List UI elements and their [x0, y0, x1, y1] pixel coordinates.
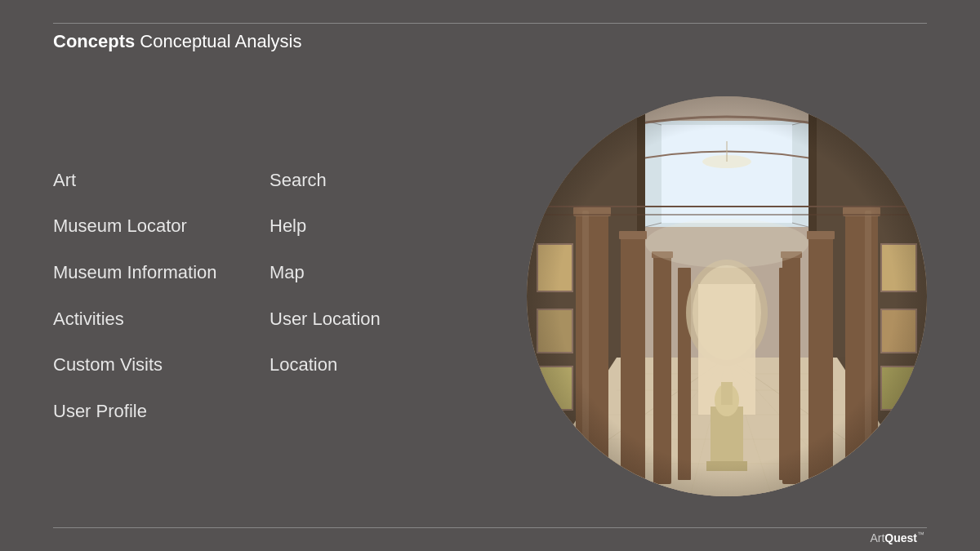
brand-suffix: Quest [884, 531, 917, 544]
menu-item-art[interactable]: Art [53, 161, 270, 201]
menu-item-museum-locator[interactable]: Museum Locator [53, 207, 270, 247]
svg-rect-26 [572, 487, 612, 496]
menu-item-museum-information[interactable]: Museum Information [53, 253, 270, 293]
menu-item-map[interactable]: Map [270, 253, 486, 293]
menu-item-help[interactable]: Help [270, 207, 486, 247]
menu-col-2: Search Help Map User Location Location [270, 161, 486, 432]
svg-rect-37 [806, 484, 835, 492]
menu-item-location[interactable]: Location [270, 345, 486, 385]
page-title: Concepts Conceptual Analysis [53, 31, 301, 51]
brand-tm: ™ [917, 531, 924, 539]
menu-item-custom-visits[interactable]: Custom Visits [53, 345, 270, 385]
content-area: Art Museum Locator Museum Information Ac… [53, 82, 927, 510]
menu-columns: Art Museum Locator Museum Information Ac… [53, 161, 486, 432]
svg-rect-30 [841, 487, 882, 496]
bottom-rule [53, 527, 927, 528]
menu-col-1: Art Museum Locator Museum Information Ac… [53, 161, 270, 432]
title-bold: Concepts [53, 31, 135, 51]
svg-rect-68 [527, 96, 927, 496]
title-normal: Conceptual Analysis [135, 31, 301, 51]
svg-rect-34 [618, 484, 648, 492]
menu-item-activities[interactable]: Activities [53, 300, 270, 340]
menu-item-search[interactable]: Search [270, 161, 486, 201]
menu-item-user-profile[interactable]: User Profile [53, 392, 270, 432]
menu-item-user-location[interactable]: User Location [270, 300, 486, 340]
top-rule [53, 23, 927, 24]
page-header: Concepts Conceptual Analysis [53, 31, 301, 52]
brand-prefix: Art [870, 531, 884, 544]
museum-image [527, 96, 927, 496]
branding: ArtQuest™ [870, 531, 924, 544]
